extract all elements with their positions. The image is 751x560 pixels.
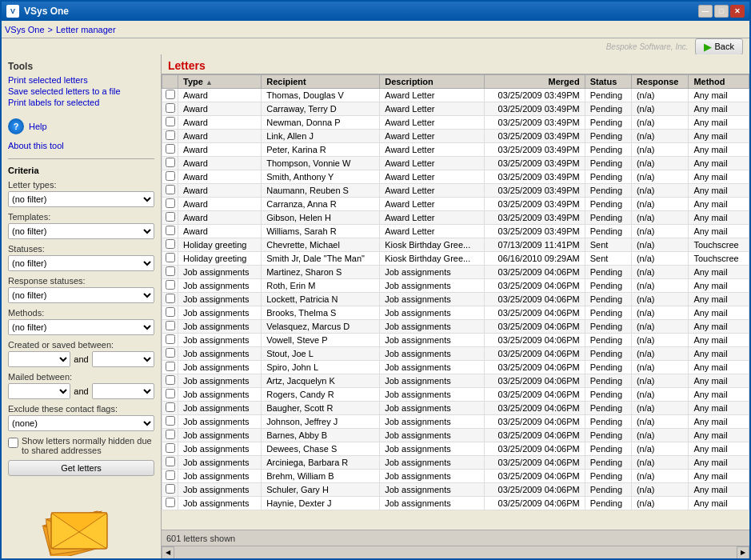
table-row[interactable]: Job assignmentsBaugher, Scott RJob assig… xyxy=(162,402,749,415)
row-checkbox[interactable] xyxy=(166,389,175,398)
row-checkbox[interactable] xyxy=(166,375,175,385)
table-row[interactable]: Job assignmentsMartinez, Sharon SJob ass… xyxy=(162,266,749,279)
table-row[interactable]: AwardWilliams, Sarah RAward Letter03/25/… xyxy=(162,225,749,238)
breadcrumb-current[interactable]: Letter manager xyxy=(56,25,116,34)
table-row[interactable]: AwardCarraway, Terry DAward Letter03/25/… xyxy=(162,102,749,116)
shared-addresses-checkbox[interactable] xyxy=(8,438,18,448)
row-checkbox-cell[interactable] xyxy=(162,361,178,374)
col-status[interactable]: Status xyxy=(585,75,631,89)
row-checkbox[interactable] xyxy=(166,130,175,140)
response-statuses-select[interactable]: (no filter) xyxy=(8,287,154,303)
table-row[interactable]: AwardPeter, Karina RAward Letter03/25/20… xyxy=(162,143,749,157)
row-checkbox-cell[interactable] xyxy=(162,157,178,170)
row-checkbox[interactable] xyxy=(166,226,175,235)
col-merged[interactable]: Merged xyxy=(485,75,585,89)
row-checkbox-cell[interactable] xyxy=(162,89,178,102)
row-checkbox-cell[interactable] xyxy=(162,211,178,225)
col-type[interactable]: Type ▲ xyxy=(178,75,262,89)
created-from-select[interactable] xyxy=(8,351,70,367)
statuses-select[interactable]: (no filter) xyxy=(8,255,154,271)
row-checkbox-cell[interactable] xyxy=(162,293,178,306)
row-checkbox-cell[interactable] xyxy=(162,402,178,415)
col-recipient[interactable]: Recipient xyxy=(262,75,380,89)
table-row[interactable]: Job assignmentsHaynie, Dexter JJob assig… xyxy=(162,497,749,510)
print-labels-link[interactable]: Print labels for selected xyxy=(8,98,154,107)
row-checkbox-cell[interactable] xyxy=(162,116,178,130)
print-selected-link[interactable]: Print selected letters xyxy=(8,75,154,85)
row-checkbox[interactable] xyxy=(166,334,175,344)
row-checkbox[interactable] xyxy=(166,185,175,194)
row-checkbox-cell[interactable] xyxy=(162,306,178,320)
table-row[interactable]: AwardCarranza, Anna RAward Letter03/25/2… xyxy=(162,198,749,211)
row-checkbox-cell[interactable] xyxy=(162,374,178,388)
row-checkbox-cell[interactable] xyxy=(162,442,178,456)
table-row[interactable]: Job assignmentsSchuler, Gary HJob assign… xyxy=(162,483,749,497)
row-checkbox[interactable] xyxy=(166,443,175,453)
get-letters-button[interactable]: Get letters xyxy=(8,460,154,476)
table-row[interactable]: AwardGibson, Helen HAward Letter03/25/20… xyxy=(162,211,749,225)
row-checkbox[interactable] xyxy=(166,253,175,262)
scroll-track[interactable] xyxy=(174,546,737,558)
maximize-button[interactable]: □ xyxy=(714,5,729,18)
row-checkbox[interactable] xyxy=(166,362,175,371)
row-checkbox[interactable] xyxy=(166,348,175,358)
row-checkbox[interactable] xyxy=(166,198,175,208)
scroll-left-button[interactable]: ◀ xyxy=(162,546,174,559)
row-checkbox-cell[interactable] xyxy=(162,320,178,334)
row-checkbox-cell[interactable] xyxy=(162,102,178,116)
row-checkbox[interactable] xyxy=(166,307,175,317)
table-row[interactable]: Job assignmentsVowell, Steve PJob assign… xyxy=(162,334,749,347)
row-checkbox-cell[interactable] xyxy=(162,266,178,279)
row-checkbox-cell[interactable] xyxy=(162,347,178,361)
mailed-to-select[interactable] xyxy=(92,383,154,399)
table-row[interactable]: Job assignmentsVelasquez, Marcus DJob as… xyxy=(162,320,749,334)
row-checkbox-cell[interactable] xyxy=(162,483,178,497)
help-link[interactable]: Help xyxy=(29,122,47,131)
row-checkbox[interactable] xyxy=(166,484,175,494)
table-row[interactable]: Holiday greetingSmith Jr, Dale "The Man"… xyxy=(162,252,749,266)
row-checkbox[interactable] xyxy=(166,416,175,426)
row-checkbox-cell[interactable] xyxy=(162,143,178,157)
col-description[interactable]: Description xyxy=(380,75,485,89)
exclude-select[interactable]: (none) xyxy=(8,415,154,431)
row-checkbox-cell[interactable] xyxy=(162,198,178,211)
table-row[interactable]: AwardNaumann, Reuben SAward Letter03/25/… xyxy=(162,184,749,198)
row-checkbox[interactable] xyxy=(166,103,175,113)
row-checkbox-cell[interactable] xyxy=(162,238,178,252)
table-row[interactable]: AwardLink, Allen JAward Letter03/25/2009… xyxy=(162,130,749,143)
row-checkbox[interactable] xyxy=(166,144,175,154)
scroll-right-button[interactable]: ▶ xyxy=(737,546,749,559)
row-checkbox-cell[interactable] xyxy=(162,252,178,266)
row-checkbox[interactable] xyxy=(166,212,175,222)
created-to-select[interactable] xyxy=(92,351,154,367)
table-row[interactable]: AwardNewman, Donna PAward Letter03/25/20… xyxy=(162,116,749,130)
close-button[interactable]: ✕ xyxy=(730,5,745,18)
row-checkbox[interactable] xyxy=(166,280,175,290)
row-checkbox-cell[interactable] xyxy=(162,334,178,347)
row-checkbox-cell[interactable] xyxy=(162,225,178,238)
row-checkbox-cell[interactable] xyxy=(162,170,178,184)
table-row[interactable]: Job assignmentsDewees, Chase SJob assign… xyxy=(162,442,749,456)
table-row[interactable]: Job assignmentsRogers, Candy RJob assign… xyxy=(162,388,749,402)
table-row[interactable]: Job assignmentsBrehm, William BJob assig… xyxy=(162,470,749,483)
row-checkbox-cell[interactable] xyxy=(162,456,178,470)
table-row[interactable]: Job assignmentsBrooks, Thelma SJob assig… xyxy=(162,306,749,320)
table-row[interactable]: AwardThompson, Vonnie WAward Letter03/25… xyxy=(162,157,749,170)
table-row[interactable]: Job assignmentsArtz, Jacquelyn KJob assi… xyxy=(162,374,749,388)
table-row[interactable]: Job assignmentsRoth, Erin MJob assignmen… xyxy=(162,279,749,293)
table-row[interactable]: Job assignmentsArciniega, Barbara RJob a… xyxy=(162,456,749,470)
row-checkbox[interactable] xyxy=(166,266,175,276)
table-row[interactable]: Job assignmentsSpiro, John LJob assignme… xyxy=(162,361,749,374)
horizontal-scrollbar[interactable]: ◀ ▶ xyxy=(162,546,749,558)
minimize-button[interactable]: — xyxy=(698,5,713,18)
row-checkbox[interactable] xyxy=(166,294,175,303)
mailed-from-select[interactable] xyxy=(8,383,70,399)
row-checkbox[interactable] xyxy=(166,239,175,249)
row-checkbox-cell[interactable] xyxy=(162,497,178,510)
row-checkbox[interactable] xyxy=(166,430,175,439)
back-button[interactable]: ▶ Back xyxy=(695,38,743,55)
table-row[interactable]: AwardSmith, Anthony YAward Letter03/25/2… xyxy=(162,170,749,184)
templates-select[interactable]: (no filter) xyxy=(8,223,154,239)
methods-select[interactable]: (no filter) xyxy=(8,319,154,335)
breadcrumb-root[interactable]: VSys One xyxy=(5,25,45,34)
